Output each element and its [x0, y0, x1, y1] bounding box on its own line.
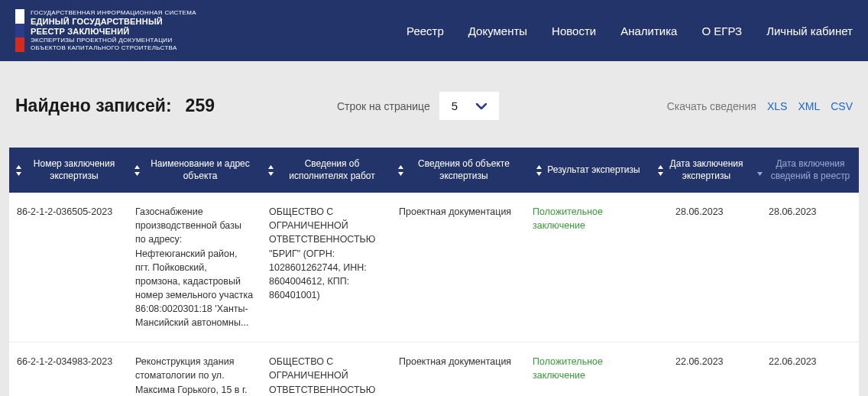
cell-result: Положительное заключение — [525, 193, 651, 342]
col-header-date-conclusion-label: Дата заключения экспертизы — [669, 158, 744, 182]
cell-date-inclusion: 22.06.2023 — [750, 342, 859, 396]
app-header: ГОСУДАРСТВЕННАЯ ИНФОРМАЦИОННАЯ СИСТЕМА Е… — [0, 0, 868, 61]
logo-line-2: ЕДИНЫЙ ГОСУДАРСТВЕННЫЙ — [31, 17, 196, 27]
logo-text: ГОСУДАРСТВЕННАЯ ИНФОРМАЦИОННАЯ СИСТЕМА Е… — [31, 9, 196, 51]
col-header-executor-label: Сведения об исполнителях работ — [279, 158, 385, 182]
chevron-down-icon — [476, 103, 487, 109]
cell-number: 86-2-1-2-036505-2023 — [9, 193, 128, 342]
col-header-date-inclusion[interactable]: Дата включения сведений в реестр — [750, 148, 859, 193]
cell-executor: ОБЩЕСТВО С ОГРАНИЧЕННОЙ ОТВЕТСТВЕННОСТЬЮ… — [261, 193, 391, 342]
download-csv-link[interactable]: CSV — [831, 100, 853, 112]
col-header-number-label: Номер заключения экспертизы — [27, 158, 121, 182]
col-header-object[interactable]: Сведения об объекте экспертизы — [391, 148, 525, 193]
download-xml-link[interactable]: XML — [798, 100, 820, 112]
sort-icon — [267, 165, 274, 176]
controls-bar: Найдено записей: 259 Строк на странице 5… — [0, 61, 868, 138]
col-header-name-label: Наименование и адрес объекта — [145, 158, 255, 182]
sort-icon — [134, 165, 141, 176]
table-body: 86-2-1-2-036505-2023 Газоснабжение произ… — [9, 193, 859, 396]
rows-per-page-block: Строк на странице 5 — [337, 92, 499, 120]
nav-analytics[interactable]: Аналитика — [620, 24, 677, 37]
nav-about[interactable]: О ЕГРЗ — [701, 24, 742, 37]
logo-block[interactable]: ГОСУДАРСТВЕННАЯ ИНФОРМАЦИОННАЯ СИСТЕМА Е… — [15, 9, 196, 52]
sort-icon — [756, 165, 763, 176]
sort-icon — [397, 165, 404, 176]
col-header-result[interactable]: Результат экспертизы — [525, 148, 651, 193]
found-records-label: Найдено записей: — [15, 96, 172, 116]
rows-per-page-value: 5 — [452, 99, 458, 112]
col-header-date-conclusion[interactable]: Дата заключения экспертизы — [651, 148, 750, 193]
rows-per-page-label: Строк на странице — [337, 100, 430, 112]
table-header-row: Номер заключения экспертизы Наименование… — [9, 148, 859, 193]
cell-date-conclusion: 22.06.2023 — [651, 342, 750, 396]
cell-object: Проектная документация — [391, 342, 525, 396]
cell-result: Положительное заключение — [525, 342, 651, 396]
col-header-result-label: Результат экспертизы — [547, 164, 640, 177]
nav-news[interactable]: Новости — [552, 24, 596, 37]
sort-icon — [657, 165, 664, 176]
download-xls-link[interactable]: XLS — [767, 100, 787, 112]
cell-date-conclusion: 28.06.2023 — [651, 193, 750, 342]
download-block: Скачать сведения XLS XML CSV — [667, 100, 853, 112]
logo-line-5: ОБЪЕКТОВ КАПИТАЛЬНОГО СТРОИТЕЛЬСТВА — [31, 44, 196, 52]
download-label: Скачать сведения — [667, 100, 756, 112]
nav-account[interactable]: Личный кабинет — [766, 24, 853, 37]
cell-name: Реконструкция здания стоматологии по ул.… — [128, 342, 261, 396]
found-records-count: 259 — [186, 96, 215, 116]
table-row[interactable]: 66-2-1-2-034983-2023 Реконструкция здани… — [9, 342, 859, 396]
logo-line-1: ГОСУДАРСТВЕННАЯ ИНФОРМАЦИОННАЯ СИСТЕМА — [31, 9, 196, 17]
cell-object: Проектная документация — [391, 193, 525, 342]
sort-icon — [536, 165, 542, 176]
flag-icon — [15, 9, 24, 52]
col-header-name[interactable]: Наименование и адрес объекта — [128, 148, 261, 193]
main-nav: Реестр Документы Новости Аналитика О ЕГР… — [406, 24, 853, 37]
col-header-object-label: Сведения об объекте экспертизы — [409, 158, 519, 182]
logo-line-4: ЭКСПЕРТИЗЫ ПРОЕКТНОЙ ДОКУМЕНТАЦИИ — [31, 37, 196, 44]
nav-documents[interactable]: Документы — [468, 24, 527, 37]
logo-line-3: РЕЕСТР ЗАКЛЮЧЕНИЙ — [31, 27, 196, 37]
cell-executor: ОБЩЕСТВО С ОГРАНИЧЕННОЙ ОТВЕТСТВЕННОСТЬЮ… — [261, 342, 391, 396]
cell-date-inclusion: 28.06.2023 — [750, 193, 859, 342]
col-header-executor[interactable]: Сведения об исполнителях работ — [261, 148, 391, 193]
col-header-number[interactable]: Номер заключения экспертизы — [9, 148, 128, 193]
sort-icon — [15, 165, 22, 176]
col-header-date-inclusion-label: Дата включения сведений в реестр — [768, 158, 853, 182]
cell-name: Газоснабжение производственной базы по а… — [128, 193, 261, 342]
results-table: Номер заключения экспертизы Наименование… — [9, 148, 859, 396]
nav-registry[interactable]: Реестр — [406, 24, 444, 37]
rows-per-page-select[interactable]: 5 — [439, 92, 499, 120]
cell-number: 66-2-1-2-034983-2023 — [9, 342, 128, 396]
table-row[interactable]: 86-2-1-2-036505-2023 Газоснабжение произ… — [9, 193, 859, 342]
